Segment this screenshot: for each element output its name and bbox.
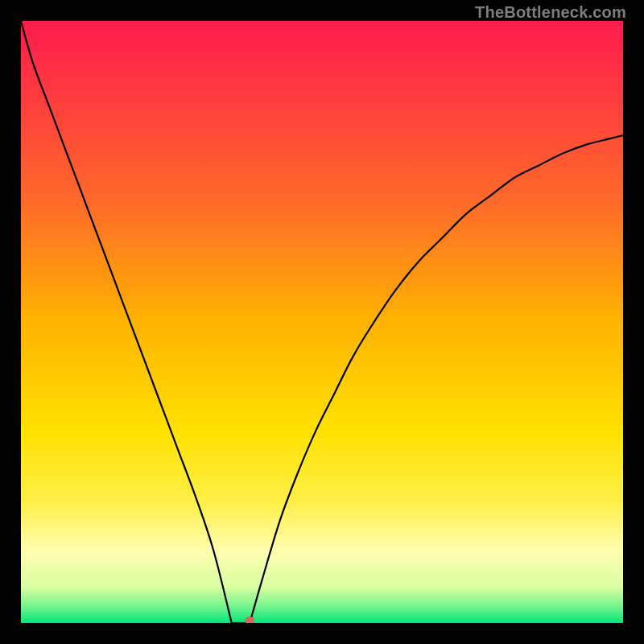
watermark-text: TheBottleneck.com [475, 3, 626, 22]
plot-background [21, 21, 623, 623]
bottleneck-chart [21, 21, 623, 623]
outer-frame: TheBottleneck.com [0, 0, 644, 644]
